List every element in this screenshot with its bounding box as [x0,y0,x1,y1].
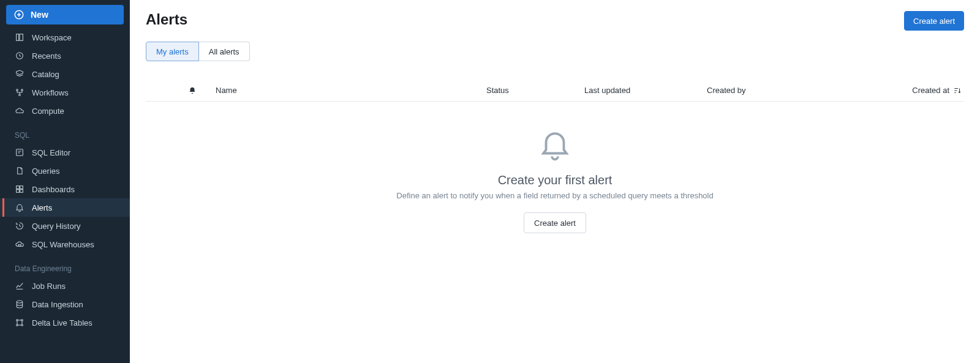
job-runs-icon [15,281,24,291]
cloud-icon [15,106,24,116]
sidebar-item-alerts[interactable]: Alerts [0,198,130,217]
svg-point-7 [21,89,23,91]
sidebar-item-label: Alerts [32,203,52,212]
sidebar-item-queries[interactable]: Queries [0,162,130,180]
history-icon [15,221,24,231]
svg-rect-10 [17,186,20,189]
sidebar-item-recents[interactable]: Recents [0,47,130,65]
sidebar-section-sql: SQL [0,120,130,143]
sidebar-item-label: Delta Live Tables [32,318,92,327]
svg-rect-11 [20,186,23,189]
svg-point-17 [21,320,23,321]
page-title: Alerts [146,11,187,28]
create-alert-button[interactable]: Create alert [904,11,964,31]
bell-icon [537,126,573,162]
tab-my-alerts[interactable]: My alerts [146,42,199,61]
empty-create-alert-button[interactable]: Create alert [524,212,586,233]
svg-rect-14 [18,245,21,247]
svg-point-18 [17,324,18,326]
sidebar-item-delta-live-tables[interactable]: Delta Live Tables [0,313,130,332]
sidebar-item-label: Recents [32,51,61,61]
sidebar-item-label: Dashboards [32,185,75,194]
sort-desc-icon [953,86,962,95]
svg-rect-13 [20,190,23,193]
empty-subtitle: Define an alert to notify you when a fie… [146,191,964,200]
sidebar-section-de: Data Engineering [0,253,130,277]
sidebar-item-label: Queries [32,167,60,176]
svg-point-19 [21,324,23,326]
sidebar-item-catalog[interactable]: Catalog [0,65,130,83]
new-button-label: New [31,10,48,20]
queries-icon [15,166,24,176]
sidebar-item-dashboards[interactable]: Dashboards [0,180,130,198]
workflows-icon [15,88,24,97]
tabs: My alerts All alerts [146,42,964,61]
col-created-at-label: Created at [912,86,949,95]
sidebar-item-workspace[interactable]: Workspace [0,28,130,47]
sidebar-item-label: Workspace [32,33,72,42]
col-created-at[interactable]: Created at [866,86,964,95]
tab-all-alerts[interactable]: All alerts [199,42,250,61]
bell-icon [15,203,24,212]
warehouse-icon [15,239,24,249]
dashboards-icon [15,184,24,194]
sidebar-item-job-runs[interactable]: Job Runs [0,277,130,295]
catalog-icon [15,69,24,79]
sidebar-item-label: Query History [32,222,80,231]
new-button[interactable]: New [6,5,124,24]
sidebar-item-sql-editor[interactable]: SQL Editor [0,143,130,162]
svg-rect-4 [20,34,23,41]
sidebar-item-label: Catalog [32,70,59,79]
sidebar-item-compute[interactable]: Compute [0,102,130,120]
col-created-by[interactable]: Created by [707,86,866,95]
workspace-icon [15,32,24,42]
svg-point-8 [19,94,21,96]
bell-icon [188,86,197,95]
main-content: Alerts Create alert My alerts All alerts… [130,0,980,363]
sidebar-item-label: Data Ingestion [32,300,83,309]
sidebar-item-label: SQL Warehouses [32,240,94,249]
svg-point-6 [17,89,18,91]
sidebar-item-label: Compute [32,107,64,116]
plus-circle-icon [13,9,24,20]
svg-rect-3 [17,34,19,41]
sidebar-item-workflows[interactable]: Workflows [0,83,130,102]
sidebar-item-sql-warehouses[interactable]: SQL Warehouses [0,235,130,253]
pipeline-icon [15,318,24,327]
ingestion-icon [15,299,24,309]
sidebar-item-label: Workflows [32,88,69,97]
sidebar: New Workspace Recents Catalog Workflows … [0,0,130,363]
col-status[interactable]: Status [486,86,584,95]
col-name[interactable]: Name [208,86,486,95]
sidebar-item-label: Job Runs [32,282,66,291]
empty-title: Create your first alert [146,173,964,187]
sidebar-item-query-history[interactable]: Query History [0,217,130,235]
table-header: Name Status Last updated Created by Crea… [146,80,964,102]
clock-icon [15,51,24,61]
svg-point-15 [17,301,22,303]
empty-state: Create your first alert Define an alert … [146,126,964,233]
svg-rect-9 [17,149,23,156]
col-last-updated[interactable]: Last updated [584,86,707,95]
sidebar-item-data-ingestion[interactable]: Data Ingestion [0,295,130,313]
svg-rect-12 [17,190,20,193]
sql-editor-icon [15,148,24,157]
svg-point-16 [17,320,18,321]
sidebar-item-label: SQL Editor [32,148,70,157]
